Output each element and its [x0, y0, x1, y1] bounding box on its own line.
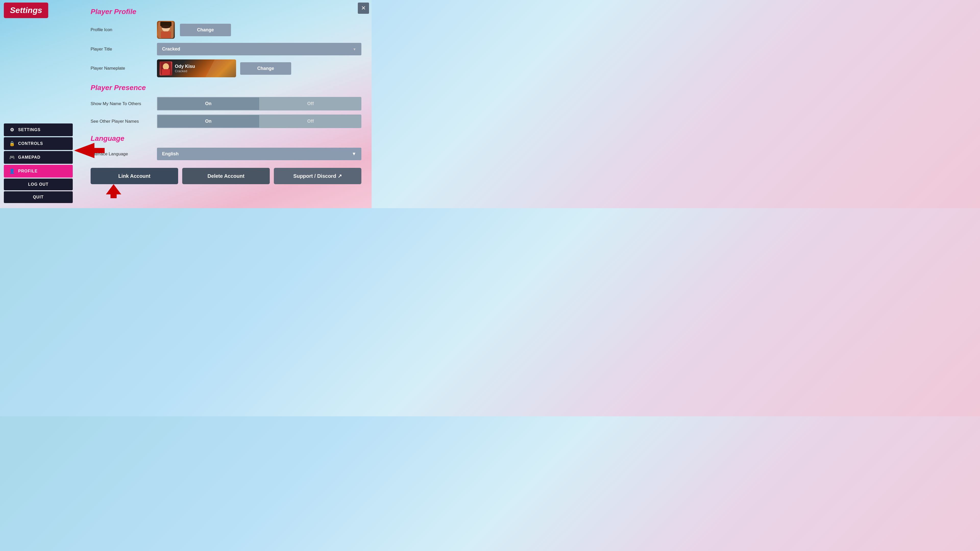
see-names-on-button[interactable]: On [157, 114, 260, 128]
profile-icon-label: Profile Icon [91, 27, 152, 32]
player-title-control: Cracked ▼ [157, 43, 361, 56]
sidebar-item-controls[interactable]: 🔒 CONTROLS [4, 137, 73, 150]
sidebar-controls-label: CONTROLS [18, 141, 43, 146]
svg-marker-0 [74, 143, 105, 158]
show-name-control: On Off [157, 97, 361, 110]
close-button[interactable]: ✕ [358, 3, 369, 14]
see-names-label: See Other Player Names [91, 119, 152, 124]
see-names-off-button[interactable]: Off [260, 114, 362, 128]
svg-rect-8 [162, 69, 170, 75]
language-title: Language [91, 135, 361, 143]
profile-icon-image [157, 21, 175, 39]
sidebar: ⚙ SETTINGS 🔒 CONTROLS 🎮 GAMEPAD 👤 PROFIL… [0, 0, 76, 208]
show-name-row: Show My Name To Others On Off [91, 97, 361, 110]
settings-icon: ⚙ [9, 127, 15, 133]
player-title-dropdown[interactable]: Cracked ▼ [157, 43, 361, 56]
language-dropdown[interactable]: English ▼ [157, 148, 361, 160]
player-title-label: Player Title [91, 47, 152, 52]
gamepad-icon: 🎮 [9, 155, 15, 160]
player-presence-title: Player Presence [91, 84, 361, 92]
nameplate-text-area: Ody Kisu Cracked [175, 64, 195, 73]
player-title-value: Cracked [162, 46, 180, 52]
svg-marker-9 [106, 184, 121, 198]
see-names-control: On Off [157, 114, 361, 128]
show-name-toggle: On Off [157, 97, 361, 110]
link-account-button[interactable]: Link Account [91, 168, 178, 184]
nameplate-player-name: Ody Kisu [175, 64, 195, 69]
sidebar-item-settings[interactable]: ⚙ SETTINGS [4, 124, 73, 136]
change-nameplate-button[interactable]: Change [240, 62, 291, 75]
profile-icon-row: Profile Icon Change [91, 21, 361, 39]
sidebar-item-profile[interactable]: 👤 PROFILE [4, 165, 73, 178]
language-chevron-icon: ▼ [352, 151, 356, 157]
player-title-row: Player Title Cracked ▼ [91, 43, 361, 56]
nameplate-container: Ody Kisu Cracked Change [157, 59, 361, 77]
quit-button[interactable]: QUIT [4, 191, 73, 203]
see-names-row: See Other Player Names On Off [91, 114, 361, 128]
svg-point-7 [163, 63, 169, 70]
settings-title-box: Settings [4, 3, 48, 18]
delete-account-button[interactable]: Delete Account [182, 168, 270, 184]
quit-label: QUIT [33, 195, 44, 199]
player-nameplate-label: Player Nameplate [91, 66, 152, 71]
language-control: English ▼ [157, 148, 361, 160]
chevron-down-icon: ▼ [353, 47, 356, 51]
player-profile-title: Player Profile [91, 8, 361, 16]
nameplate-preview: Ody Kisu Cracked [157, 59, 236, 77]
action-buttons: Link Account Delete Account Support / Di… [91, 168, 361, 184]
sidebar-settings-label: SETTINGS [18, 127, 41, 132]
bottom-arrow-container [91, 184, 361, 198]
profile-icon-wrapper: Change [157, 21, 361, 39]
sidebar-nav: ⚙ SETTINGS 🔒 CONTROLS 🎮 GAMEPAD 👤 PROFIL… [0, 124, 76, 203]
player-profile-section: Player Profile Profile Icon Change [91, 8, 361, 77]
nameplate-bg-design [205, 59, 236, 77]
language-section: Language Interface Language English ▼ [91, 135, 361, 160]
show-name-label: Show My Name To Others [91, 101, 152, 106]
player-presence-section: Player Presence Show My Name To Others O… [91, 84, 361, 128]
language-value: English [162, 151, 179, 157]
player-nameplate-row: Player Nameplate Ody Kisu Cracked [91, 59, 361, 77]
show-name-on-button[interactable]: On [157, 97, 260, 110]
sidebar-gamepad-label: GAMEPAD [18, 155, 41, 160]
svg-point-4 [161, 25, 170, 28]
show-name-off-button[interactable]: Off [260, 97, 362, 110]
see-names-toggle: On Off [157, 114, 361, 128]
logout-button[interactable]: LOG OUT [4, 179, 73, 190]
profile-icon: 👤 [9, 168, 15, 174]
logout-label: LOG OUT [28, 182, 48, 186]
support-discord-button[interactable]: Support / Discord ↗ [274, 168, 361, 184]
settings-title: Settings [10, 6, 42, 15]
controls-icon: 🔒 [9, 141, 15, 146]
sidebar-item-gamepad[interactable]: 🎮 GAMEPAD [4, 151, 73, 164]
up-arrow-indicator [106, 184, 121, 198]
main-content: Player Profile Profile Icon Change [80, 0, 366, 208]
svg-rect-5 [161, 32, 171, 38]
change-icon-button[interactable]: Change [180, 24, 231, 36]
sidebar-profile-label: PROFILE [18, 169, 38, 173]
left-arrow-indicator [74, 143, 105, 158]
nameplate-char-icon [159, 62, 172, 76]
nameplate-subtitle: Cracked [175, 69, 195, 73]
interface-language-row: Interface Language English ▼ [91, 148, 361, 160]
